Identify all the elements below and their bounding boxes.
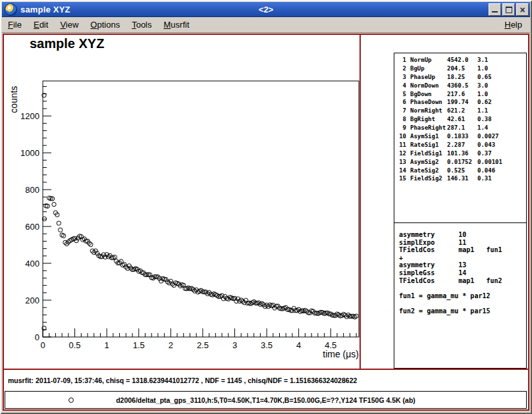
- parameter-error: 0.37: [477, 149, 526, 158]
- parameter-name: PhaseRight: [410, 124, 447, 132]
- legend-text: d2006/deltat_pta_gps_3110,h:5,T0=4.50K,T…: [5, 396, 526, 404]
- parameter-row: 4 NormDown 4360.5 3.0: [398, 82, 526, 90]
- parameter-value: 18.25: [447, 73, 477, 82]
- parameter-error: 3.0: [477, 82, 526, 90]
- parameter-number: 2: [398, 65, 406, 73]
- parameter-name: FieldSig2: [410, 174, 447, 183]
- parameter-value: 287.1: [447, 124, 477, 132]
- parameter-number: 9: [398, 124, 406, 132]
- parameter-value: 4542.0: [447, 56, 477, 65]
- parameter-number: 12: [398, 149, 406, 158]
- theory-line: [399, 299, 526, 307]
- pad-divider-vertical: [359, 35, 361, 369]
- menu-item[interactable]: Help: [498, 18, 530, 32]
- parameter-number: 10: [398, 132, 406, 141]
- parameter-name: AsymSig2: [410, 158, 447, 167]
- title-bar[interactable]: sample XYZ <2> ×: [2, 2, 530, 17]
- parameter-name: AsymSig1: [410, 132, 447, 141]
- parameter-name: NormUp: [410, 56, 447, 65]
- parameter-error: 1.4: [477, 124, 526, 132]
- parameter-value: 0.01752: [447, 158, 477, 167]
- parameter-number: 4: [398, 82, 406, 90]
- parameter-row: 11 RateSig1 2.287 0.043: [398, 141, 526, 149]
- parameter-value: 4360.5: [447, 82, 477, 90]
- parameter-name: RateSig2: [410, 167, 447, 175]
- parameter-value: 42.61: [447, 115, 477, 124]
- parameter-value: 2.287: [447, 141, 477, 149]
- parameter-row: 9 PhaseRight 287.1 1.4: [398, 124, 526, 132]
- menu-item[interactable]: Edit: [28, 18, 54, 32]
- window-title: sample XYZ: [20, 5, 70, 14]
- close-button[interactable]: ×: [516, 3, 529, 16]
- parameter-error: 0.31: [477, 174, 526, 183]
- app-icon[interactable]: [5, 4, 16, 15]
- parameter-value: 217.6: [447, 90, 477, 99]
- maximize-icon: [506, 7, 512, 13]
- parameter-error: 3.1: [477, 56, 526, 65]
- parameter-number: 7: [398, 107, 406, 115]
- parameter-row: 8 BgRight 42.61 0.38: [398, 115, 526, 124]
- menu-item[interactable]: Musrfit: [158, 18, 196, 32]
- parameter-name: FieldSig1: [410, 149, 447, 158]
- histogram-plot[interactable]: 00.511.522.533.544.502004006008001000120…: [4, 35, 359, 369]
- parameter-number: 11: [398, 141, 406, 149]
- theory-line: asymmetry 13: [399, 261, 526, 269]
- theory-line: fun2 = gamma_mu * par15: [399, 307, 526, 315]
- parameter-row: 7 NormRight 621.2 1.1: [398, 107, 526, 115]
- fit-status-text: musrfit: 2011-07-09, 15:37:46, chisq = 1…: [8, 376, 357, 384]
- parameter-value: 204.5: [447, 65, 477, 73]
- theory-line: [399, 284, 526, 292]
- svg-text:counts: counts: [9, 86, 19, 113]
- parameter-error: 0.00101: [477, 158, 526, 167]
- theory-line: simpleGss 14: [399, 269, 526, 277]
- svg-text:1.5: 1.5: [133, 340, 145, 350]
- root-canvas[interactable]: sample XYZ 00.511.522.533.544.5020040060…: [3, 34, 529, 411]
- parameter-number: 5: [398, 90, 406, 99]
- menu-item[interactable]: File: [2, 18, 28, 32]
- parameter-number: 14: [398, 167, 406, 175]
- parameter-row: 1 NormUp 4542.0 3.1: [398, 56, 526, 65]
- svg-text:400: 400: [25, 259, 40, 269]
- theory-line: TFieldCos map1 fun1: [399, 246, 526, 254]
- theory-line: +: [399, 254, 526, 262]
- parameter-error: 0.65: [477, 73, 526, 82]
- minimize-button[interactable]: [489, 3, 501, 16]
- parameter-error: 0.38: [477, 115, 526, 124]
- parameter-value: 621.2: [447, 107, 477, 115]
- legend-strip: d2006/deltat_pta_gps_3110,h:5,T0=4.50K,T…: [5, 391, 527, 409]
- parameter-row: 13 AsymSig2 0.01752 0.00101: [398, 158, 526, 167]
- parameter-error: 0.043: [477, 141, 526, 149]
- parameter-number: 1: [398, 56, 406, 65]
- parameter-error: 1.0: [477, 90, 526, 99]
- svg-text:2: 2: [169, 340, 173, 350]
- parameter-row: 14 RateSig2 0.525 0.046: [398, 167, 526, 175]
- menu-item[interactable]: Options: [84, 18, 126, 32]
- menu-item[interactable]: Tools: [126, 18, 157, 32]
- parameter-error: 0.62: [477, 98, 526, 107]
- parameter-number: 15: [398, 174, 406, 183]
- svg-text:1: 1: [105, 340, 109, 350]
- app-window: sample XYZ <2> × File Edit View Options …: [0, 0, 532, 414]
- svg-text:200: 200: [25, 296, 40, 305]
- menu-item[interactable]: View: [54, 18, 84, 32]
- svg-text:600: 600: [25, 222, 40, 232]
- svg-text:0: 0: [40, 340, 45, 350]
- theory-line: TFieldCos map1 fun2: [399, 277, 526, 285]
- maximize-button[interactable]: [502, 3, 515, 16]
- parameter-row: 6 PhaseDown 199.74 0.62: [398, 98, 526, 107]
- parameter-name: NormRight: [410, 107, 447, 115]
- theory-line: asymmetry 10: [399, 231, 526, 239]
- svg-text:1000: 1000: [20, 148, 40, 158]
- parameter-name: PhaseDown: [410, 98, 447, 107]
- svg-text:4: 4: [296, 340, 301, 350]
- theory-line: simplExpo 11: [399, 239, 526, 247]
- fit-parameter-table: 1 NormUp 4542.0 3.1 2 BgUp 204.5 1.0 3: [394, 53, 527, 223]
- parameter-value: 0.1833: [447, 132, 477, 141]
- pad-divider-horizontal: [4, 369, 528, 370]
- parameter-row: 2 BgUp 204.5 1.0: [398, 65, 526, 73]
- parameter-number: 6: [398, 98, 406, 107]
- parameter-error: 0.046: [477, 167, 526, 175]
- parameter-name: PhaseUp: [410, 73, 447, 82]
- parameter-name: RateSig1: [410, 141, 447, 149]
- svg-text:3.5: 3.5: [261, 340, 273, 350]
